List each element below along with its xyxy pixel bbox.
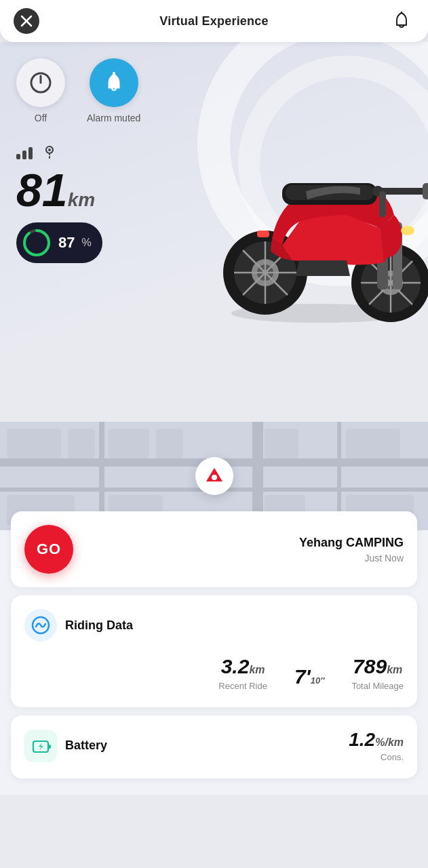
destination-name: Yehang CAMPING (84, 536, 404, 550)
power-off-icon-circle (16, 58, 65, 107)
battery-ring-svg (22, 228, 52, 258)
gps-icon (41, 142, 58, 160)
battery-pill: 87 % (16, 222, 102, 263)
signal-icon (16, 143, 33, 159)
ride-time-stat: 7'10″ (294, 665, 325, 691)
svg-rect-50 (346, 429, 400, 458)
ride-time-value: 7' (294, 665, 311, 688)
battery-symbol: % (81, 237, 91, 249)
power-off-button[interactable]: Off (16, 58, 65, 123)
svg-point-38 (401, 226, 414, 235)
battery-card-title: Battery (65, 738, 107, 753)
destination-info: Yehang CAMPING Just Now (84, 536, 404, 564)
battery-card[interactable]: Battery 1.2%/km Cons. (11, 715, 417, 778)
bell-button[interactable] (389, 8, 414, 34)
battery-cons-unit: %/km (375, 736, 404, 748)
recent-ride-unit: km (249, 664, 265, 675)
alarm-icon-circle (90, 58, 138, 107)
range-value: 81 (16, 164, 68, 216)
riding-data-icon (24, 609, 57, 642)
svg-rect-58 (48, 745, 51, 749)
status-buttons: Off Alarm muted (16, 58, 412, 123)
recent-ride-value: 3.2 (221, 655, 250, 677)
svg-rect-47 (109, 429, 149, 458)
ride-time-seconds: 10″ (311, 675, 325, 686)
destination-card: GO Yehang CAMPING Just Now (11, 511, 417, 587)
riding-data-title: Riding Data (65, 618, 133, 633)
power-off-label: Off (35, 113, 47, 123)
app-header: Virtual Experience (0, 0, 428, 42)
go-label: GO (37, 540, 61, 558)
range-unit: km (68, 189, 95, 210)
recent-ride-stat: 3.2km Recent Ride (218, 655, 267, 691)
battery-card-left: Battery (24, 730, 107, 762)
svg-rect-46 (68, 429, 95, 458)
svg-rect-48 (156, 429, 183, 458)
svg-point-9 (48, 149, 51, 151)
svg-rect-49 (265, 429, 298, 458)
recent-ride-label: Recent Ride (218, 681, 267, 691)
map-pin[interactable] (195, 457, 233, 495)
total-mileage-stat: 789km Total Mileage (351, 655, 404, 691)
svg-rect-37 (257, 231, 269, 237)
riding-icon (31, 615, 51, 635)
total-mileage-value: 789 (353, 655, 387, 677)
page-title: Virtual Experience (159, 14, 268, 28)
battery-card-right: 1.2%/km Cons. (349, 729, 404, 762)
location-pin-icon (203, 465, 225, 487)
close-button[interactable] (14, 8, 39, 34)
battery-cons-value: 1.2 (349, 729, 375, 750)
svg-point-55 (212, 475, 217, 480)
battery-percentage: 87 (58, 234, 75, 252)
range-display: 81km (16, 167, 412, 213)
riding-data-header: Riding Data (24, 609, 404, 642)
total-mileage-label: Total Mileage (351, 681, 404, 691)
riding-stats: 3.2km Recent Ride 7'10″ 789km Total Mile… (24, 655, 404, 691)
svg-point-7 (113, 72, 115, 75)
cards-area: GO Yehang CAMPING Just Now Riding Data 3… (0, 511, 428, 795)
alarm-muted-button[interactable]: Alarm muted (87, 58, 140, 123)
hero-section: Off Alarm muted (0, 42, 428, 422)
go-button[interactable]: GO (24, 525, 73, 574)
alarm-muted-label: Alarm muted (87, 113, 140, 123)
svg-rect-45 (7, 429, 61, 458)
svg-rect-34 (423, 183, 428, 199)
signal-bar-3 (28, 147, 33, 159)
battery-icon (31, 736, 51, 756)
destination-time: Just Now (84, 553, 404, 564)
battery-ring (22, 228, 52, 258)
signal-bar-1 (16, 154, 20, 159)
svg-point-11 (24, 231, 49, 255)
signal-row (16, 142, 412, 160)
battery-card-icon (24, 730, 57, 762)
riding-data-card[interactable]: Riding Data 3.2km Recent Ride 7'10″ 789k… (11, 595, 417, 707)
total-mileage-unit: km (387, 664, 402, 675)
signal-bar-2 (22, 151, 26, 159)
battery-cons-label: Cons. (349, 752, 404, 762)
